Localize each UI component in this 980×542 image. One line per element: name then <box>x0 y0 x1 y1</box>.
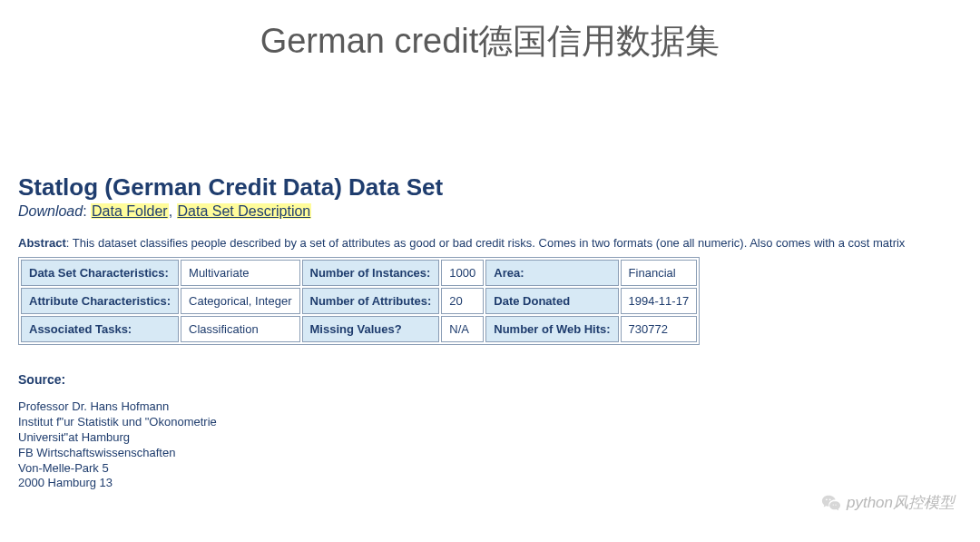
source-text: Professor Dr. Hans Hofmann Institut f"ur… <box>18 399 962 491</box>
value-date-donated: 1994-11-17 <box>621 288 698 314</box>
table-row: Attribute Characteristics: Categorical, … <box>21 288 697 314</box>
source-heading: Source: <box>18 372 962 387</box>
download-label: Download <box>18 203 83 219</box>
source-line: Von-Melle-Park 5 <box>18 461 962 477</box>
value-missing-values: N/A <box>441 316 484 342</box>
content-area: Statlog (German Credit Data) Data Set Do… <box>0 173 980 491</box>
source-line: Universit"at Hamburg <box>18 430 962 446</box>
download-line: Download: Data Folder, Data Set Descript… <box>18 203 962 220</box>
value-number-instances: 1000 <box>441 260 484 286</box>
value-associated-tasks: Classification <box>181 316 299 342</box>
value-web-hits: 730772 <box>621 316 698 342</box>
dataset-info-table: Data Set Characteristics: Multivariate N… <box>18 257 700 345</box>
table-row: Data Set Characteristics: Multivariate N… <box>21 260 697 286</box>
separator: , <box>169 203 177 219</box>
data-set-description-link[interactable]: Data Set Description <box>177 203 312 219</box>
colon: : <box>66 236 73 250</box>
abstract-label: Abstract <box>18 236 66 250</box>
source-line: Institut f"ur Statistik und "Okonometrie <box>18 415 962 430</box>
table-row: Associated Tasks: Classification Missing… <box>21 316 697 342</box>
label-number-instances: Number of Instances: <box>302 260 440 286</box>
dataset-heading: Statlog (German Credit Data) Data Set <box>18 173 962 202</box>
label-missing-values: Missing Values? <box>302 316 440 342</box>
abstract-text: This dataset classifies people described… <box>73 236 906 250</box>
label-associated-tasks: Associated Tasks: <box>21 316 179 342</box>
wechat-icon <box>821 493 841 513</box>
label-number-attributes: Number of Attributes: <box>302 288 440 314</box>
colon: : <box>83 203 91 219</box>
value-dataset-characteristics: Multivariate <box>181 260 299 286</box>
value-number-attributes: 20 <box>441 288 484 314</box>
watermark-text: python风控模型 <box>847 492 955 513</box>
label-web-hits: Number of Web Hits: <box>485 316 618 342</box>
watermark: python风控模型 <box>821 492 955 513</box>
value-area: Financial <box>621 260 698 286</box>
value-attribute-characteristics: Categorical, Integer <box>181 288 299 314</box>
label-dataset-characteristics: Data Set Characteristics: <box>21 260 179 286</box>
label-area: Area: <box>485 260 618 286</box>
source-line: Professor Dr. Hans Hofmann <box>18 399 962 415</box>
abstract-line: Abstract: This dataset classifies people… <box>18 236 962 250</box>
data-folder-link[interactable]: Data Folder <box>91 203 169 219</box>
slide-title: German credit德国信用数据集 <box>0 0 980 74</box>
source-line: FB Wirtschaftswissenschaften <box>18 446 962 461</box>
label-attribute-characteristics: Attribute Characteristics: <box>21 288 179 314</box>
source-line: 2000 Hamburg 13 <box>18 476 962 491</box>
label-date-donated: Date Donated <box>485 288 618 314</box>
